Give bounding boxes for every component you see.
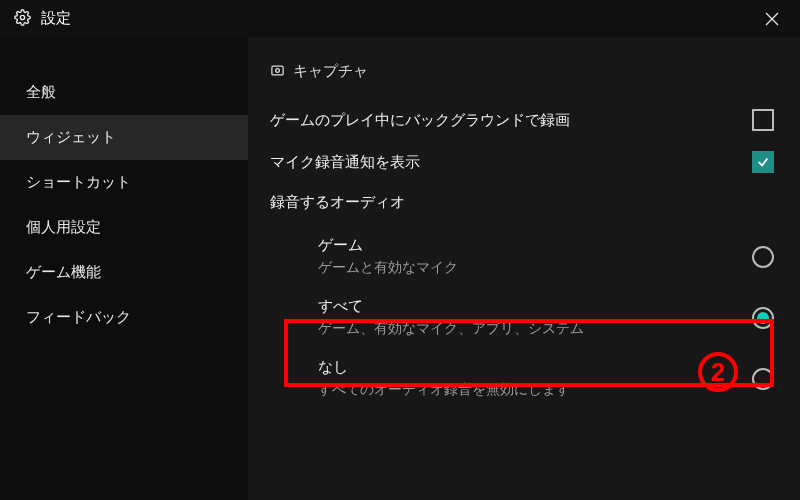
- gear-icon: [14, 9, 31, 29]
- row-mic-notice: マイク録音通知を表示: [270, 141, 778, 183]
- radio-desc: ゲームと有効なマイク: [318, 259, 458, 277]
- sidebar-item-label: フィードバック: [26, 308, 131, 325]
- radio-item-none[interactable]: なし すべてのオーディオ録音を無効にします: [270, 348, 778, 409]
- radio-button[interactable]: [752, 246, 774, 268]
- radio-desc: すべてのオーディオ録音を無効にします: [318, 381, 570, 399]
- mic-notice-label: マイク録音通知を表示: [270, 153, 420, 172]
- radio-item-all[interactable]: すべて ゲーム、有効なマイク、アプリ、システム: [270, 287, 778, 348]
- radio-label: ゲーム: [318, 236, 458, 255]
- sidebar-item-gaming[interactable]: ゲーム機能: [0, 250, 248, 295]
- radio-item-game[interactable]: ゲーム ゲームと有効なマイク: [270, 226, 778, 287]
- settings-window: 設定 全般 ウィジェット ショートカット 個人用設定 ゲーム機能: [0, 0, 800, 500]
- sidebar-item-feedback[interactable]: フィードバック: [0, 295, 248, 340]
- row-bg-record: ゲームのプレイ中にバックグラウンドで録画: [270, 99, 778, 141]
- svg-point-4: [276, 68, 280, 72]
- sidebar: 全般 ウィジェット ショートカット 個人用設定 ゲーム機能 フィードバック: [0, 38, 248, 500]
- titlebar: 設定: [0, 0, 800, 38]
- capture-icon: [270, 63, 285, 81]
- svg-rect-3: [272, 66, 283, 75]
- audio-radio-group: ゲーム ゲームと有効なマイク すべて ゲーム、有効なマイク、アプリ、システム な…: [270, 226, 778, 409]
- svg-point-0: [20, 15, 24, 19]
- sidebar-item-label: 全般: [26, 83, 56, 100]
- bg-record-label: ゲームのプレイ中にバックグラウンドで録画: [270, 111, 570, 130]
- sidebar-item-label: 個人用設定: [26, 218, 101, 235]
- radio-label: なし: [318, 358, 570, 377]
- sidebar-item-personalization[interactable]: 個人用設定: [0, 205, 248, 250]
- content-pane: キャプチャ ゲームのプレイ中にバックグラウンドで録画 マイク録音通知を表示 録音…: [248, 38, 800, 500]
- sidebar-item-label: ショートカット: [26, 173, 131, 190]
- sidebar-item-widgets[interactable]: ウィジェット: [0, 115, 248, 160]
- sidebar-item-general[interactable]: 全般: [0, 70, 248, 115]
- audio-heading: 録音するオーディオ: [270, 183, 778, 222]
- section-header: キャプチャ: [270, 62, 778, 81]
- section-title: キャプチャ: [293, 62, 368, 81]
- radio-button[interactable]: [752, 368, 774, 390]
- close-button[interactable]: [758, 5, 786, 33]
- bg-record-checkbox[interactable]: [752, 109, 774, 131]
- mic-notice-checkbox[interactable]: [752, 151, 774, 173]
- sidebar-item-shortcuts[interactable]: ショートカット: [0, 160, 248, 205]
- window-title: 設定: [41, 9, 71, 28]
- sidebar-item-label: ウィジェット: [26, 128, 116, 145]
- radio-label: すべて: [318, 297, 584, 316]
- sidebar-item-label: ゲーム機能: [26, 263, 101, 280]
- radio-button[interactable]: [752, 307, 774, 329]
- radio-desc: ゲーム、有効なマイク、アプリ、システム: [318, 320, 584, 338]
